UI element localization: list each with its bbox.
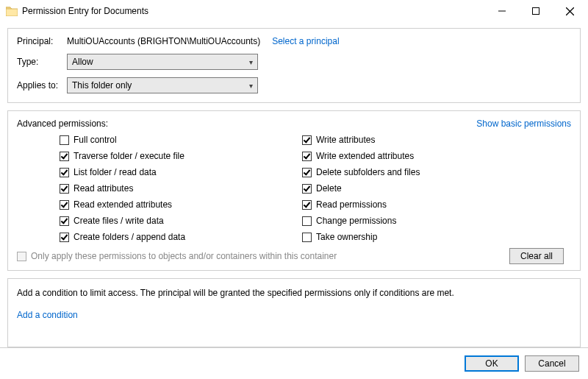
cancel-label: Cancel <box>538 358 565 369</box>
permission-label: Read permissions <box>316 199 387 210</box>
permission-label: Delete subfolders and files <box>316 167 420 177</box>
clear-all-button[interactable]: Clear all <box>509 248 564 264</box>
permission-label: Take ownership <box>316 232 377 242</box>
titlebar: Permission Entry for Documents <box>0 0 588 22</box>
chevron-down-icon: ▾ <box>249 58 253 66</box>
permission-item: Write attributes <box>302 133 420 146</box>
permission-label: Write extended attributes <box>316 151 414 161</box>
permission-checkbox[interactable] <box>302 216 312 226</box>
ok-label: OK <box>485 358 498 369</box>
condition-panel: Add a condition to limit access. The pri… <box>7 278 581 347</box>
principal-row: Principal: MultiOUAccounts (BRIGHTON\Mul… <box>17 36 571 46</box>
type-select[interactable]: Allow ▾ <box>67 54 258 70</box>
applies-select-value: This folder only <box>72 80 132 91</box>
permission-label: Create folders / append data <box>74 232 185 242</box>
condition-description: Add a condition to limit access. The pri… <box>17 288 571 298</box>
permission-item: Delete subfolders and files <box>302 166 420 179</box>
permission-label: Delete <box>316 183 342 194</box>
applies-select[interactable]: This folder only ▾ <box>67 77 258 93</box>
chevron-down-icon: ▾ <box>249 82 253 90</box>
permission-label: Full control <box>74 135 117 145</box>
permission-label: Create files / write data <box>74 216 164 226</box>
permission-item: Read extended attributes <box>60 198 302 211</box>
permission-checkbox[interactable] <box>302 152 312 161</box>
close-button[interactable] <box>553 0 587 22</box>
permissions-column-left: Full controlTraverse folder / execute fi… <box>60 133 302 244</box>
only-apply-row: Only apply these permissions to objects … <box>17 251 571 261</box>
permissions-column-right: Write attributesWrite extended attribute… <box>302 133 420 244</box>
cancel-button[interactable]: Cancel <box>525 355 579 372</box>
maximize-button[interactable] <box>519 0 553 22</box>
permissions-columns: Full controlTraverse folder / execute fi… <box>17 133 571 244</box>
permission-item: Take ownership <box>302 230 420 244</box>
advanced-permissions-header: Advanced permissions: Show basic permiss… <box>17 118 571 129</box>
permission-checkbox[interactable] <box>60 233 69 242</box>
advanced-permissions-heading: Advanced permissions: <box>17 118 108 129</box>
permission-item: Write extended attributes <box>302 149 420 163</box>
permission-label: Read extended attributes <box>74 199 172 210</box>
permission-checkbox[interactable] <box>302 184 312 194</box>
show-basic-permissions-link[interactable]: Show basic permissions <box>476 118 571 129</box>
applies-label: Applies to: <box>17 80 67 91</box>
permission-entry-window: Permission Entry for Documents Principal… <box>0 0 588 379</box>
type-label: Type: <box>17 57 67 67</box>
permission-label: Traverse folder / execute file <box>74 151 184 161</box>
permission-checkbox[interactable] <box>302 135 312 145</box>
only-apply-label: Only apply these permissions to objects … <box>31 251 337 261</box>
type-select-value: Allow <box>72 57 93 67</box>
permission-checkbox[interactable] <box>302 168 312 177</box>
principal-value: MultiOUAccounts (BRIGHTON\MultiOUAccount… <box>67 36 260 46</box>
content-area: Principal: MultiOUAccounts (BRIGHTON\Mul… <box>0 22 588 347</box>
only-apply-checkbox <box>17 252 26 261</box>
permission-item: Change permissions <box>302 214 420 227</box>
add-condition-link[interactable]: Add a condition <box>17 310 78 320</box>
applies-row: Applies to: This folder only ▾ <box>17 77 571 93</box>
permission-item: List folder / read data <box>60 166 302 179</box>
permission-item: Create folders / append data <box>60 230 302 244</box>
permission-checkbox[interactable] <box>60 135 69 145</box>
permission-label: Read attributes <box>74 183 133 194</box>
permission-checkbox[interactable] <box>302 233 312 242</box>
permission-label: Change permissions <box>316 216 396 226</box>
dialog-footer: OK Cancel <box>0 347 588 379</box>
permission-item: Traverse folder / execute file <box>60 149 302 163</box>
permission-checkbox[interactable] <box>60 216 69 226</box>
permission-item: Delete <box>302 182 420 195</box>
ok-button[interactable]: OK <box>465 355 519 372</box>
permission-label: List folder / read data <box>74 167 157 177</box>
folder-icon <box>6 6 18 16</box>
principal-panel: Principal: MultiOUAccounts (BRIGHTON\Mul… <box>7 28 581 103</box>
permission-checkbox[interactable] <box>60 152 69 161</box>
permission-checkbox[interactable] <box>60 184 69 194</box>
permission-item: Read attributes <box>60 182 302 195</box>
permission-label: Write attributes <box>316 135 375 145</box>
permission-checkbox[interactable] <box>60 168 69 177</box>
permission-item: Full control <box>60 133 302 146</box>
advanced-permissions-panel: Advanced permissions: Show basic permiss… <box>7 110 581 271</box>
select-principal-link[interactable]: Select a principal <box>272 36 339 46</box>
type-row: Type: Allow ▾ <box>17 54 571 70</box>
permission-checkbox[interactable] <box>302 200 312 210</box>
permission-item: Read permissions <box>302 198 420 211</box>
svg-rect-0 <box>533 8 539 15</box>
permission-item: Create files / write data <box>60 214 302 227</box>
window-title: Permission Entry for Documents <box>22 6 148 16</box>
window-controls <box>485 0 587 22</box>
permission-checkbox[interactable] <box>60 200 69 210</box>
minimize-button[interactable] <box>485 0 519 22</box>
principal-label: Principal: <box>17 36 67 46</box>
clear-all-label: Clear all <box>520 251 553 261</box>
